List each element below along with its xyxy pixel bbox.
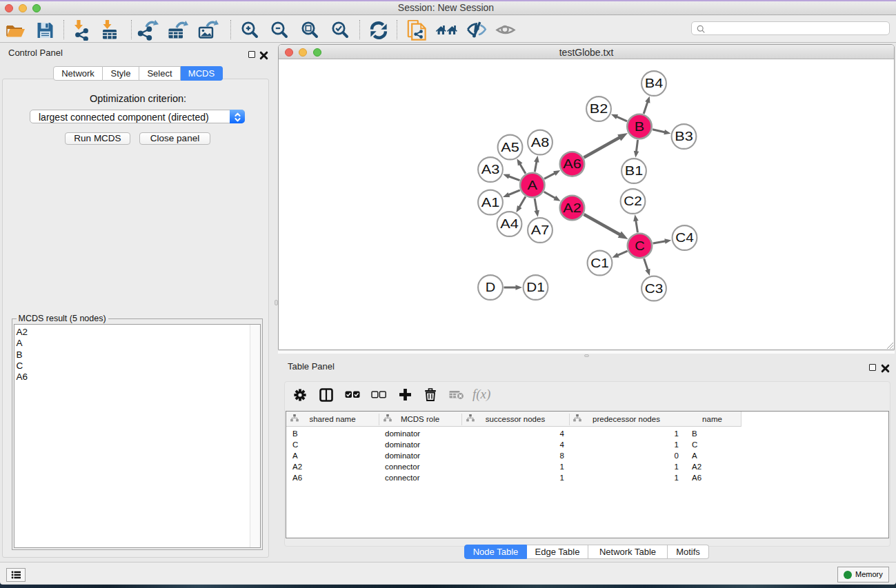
svg-text:B3: B3: [675, 130, 693, 143]
svg-text:D1: D1: [526, 281, 545, 294]
svg-text:C: C: [635, 239, 645, 253]
svg-text:B4: B4: [645, 77, 664, 90]
svg-text:B1: B1: [625, 164, 644, 178]
svg-text:A8: A8: [531, 136, 550, 150]
svg-text:A6: A6: [563, 157, 581, 171]
svg-text:D: D: [486, 281, 496, 294]
svg-text:A2: A2: [563, 201, 581, 215]
svg-text:A7: A7: [531, 223, 550, 237]
svg-text:C1: C1: [590, 256, 609, 270]
svg-text:B: B: [635, 120, 645, 134]
svg-text:A5: A5: [501, 141, 519, 154]
svg-text:B2: B2: [590, 102, 608, 116]
svg-text:C2: C2: [624, 194, 642, 208]
svg-text:A: A: [528, 179, 538, 192]
svg-text:A3: A3: [481, 163, 500, 176]
svg-text:A4: A4: [500, 217, 519, 231]
svg-text:C3: C3: [645, 282, 664, 296]
svg-text:C4: C4: [675, 231, 694, 245]
svg-text:A1: A1: [481, 196, 500, 210]
